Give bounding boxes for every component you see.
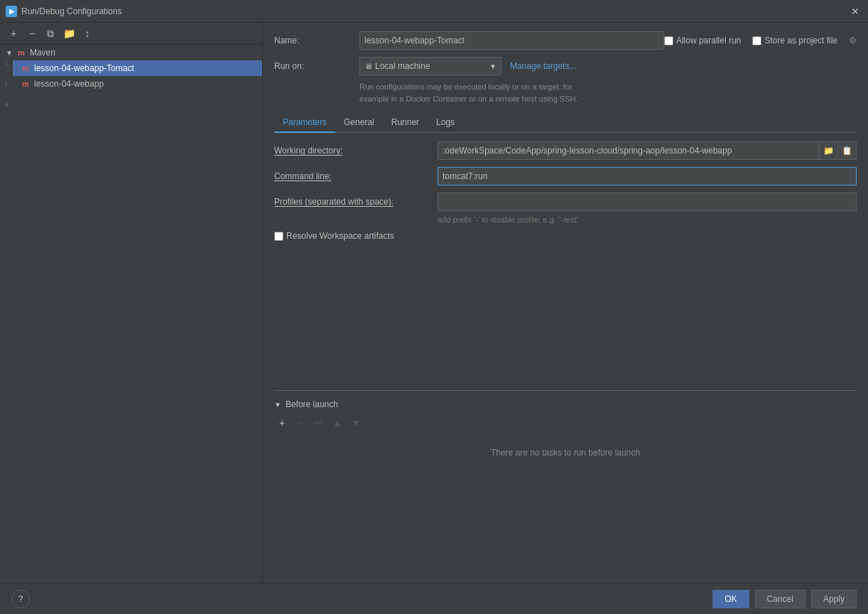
run-on-row: Run on: 🖥 Local machine ▼ Manage targets… [274, 57, 857, 75]
resolve-workspace-row: Resolve Workspace artifacts [274, 231, 857, 241]
maven-group[interactable]: ▼ m Maven [0, 45, 262, 60]
run-hint-line2: example in a Docker Container or on a re… [359, 93, 857, 105]
move-to-folder-button[interactable]: 📁 [61, 26, 77, 41]
profiles-hint: add prefix '-' to disable profile, e.g. … [438, 215, 857, 224]
run-hint-line1: Run configurations may be executed local… [359, 81, 857, 93]
side-numbers: 1 r 4 [0, 57, 13, 109]
allow-parallel-label[interactable]: Allow parallel run [664, 36, 741, 45]
run-on-label: Run on: [274, 61, 359, 71]
before-launch-down-button[interactable]: ▼ [348, 415, 364, 431]
before-launch-arrow-icon: ▼ [274, 401, 281, 409]
title-bar: ▶ Run/Debug Configurations ✕ [0, 0, 868, 23]
manage-targets-link[interactable]: Manage targets... [510, 61, 576, 71]
right-content: Name: Allow parallel run Store as projec… [274, 31, 857, 605]
close-button[interactable]: ✕ [848, 4, 862, 18]
sort-button[interactable]: ↕ [80, 26, 95, 41]
tree-item-1[interactable]: m lesson-04-webapp [0, 76, 262, 92]
name-input[interactable] [359, 31, 664, 50]
before-launch-add-button[interactable]: + [274, 415, 290, 431]
tree-item-0[interactable]: m lesson-04-webapp-Tomact [0, 60, 262, 76]
name-label: Name: [274, 36, 359, 45]
name-row: Name: Allow parallel run Store as projec… [274, 31, 857, 50]
app-icon: ▶ [6, 6, 17, 17]
command-line-input[interactable] [438, 167, 857, 185]
run-on-dropdown[interactable]: 🖥 Local machine ▼ [359, 57, 501, 75]
run-on-value: Local machine [375, 61, 487, 71]
command-line-row: Command line: [274, 167, 857, 185]
left-toolbar: + − ⧉ 📁 ↕ [0, 23, 262, 45]
checkboxes-row: Allow parallel run Store as project file… [664, 36, 857, 45]
working-dir-row: Working directory: 📁 📋 [274, 141, 857, 160]
config-tree: ▼ m Maven m lesson-04-webapp-Tomact m le… [0, 45, 262, 592]
command-line-label: Command line: [274, 171, 438, 181]
group-expand-arrow: ▼ [6, 49, 13, 57]
right-panel: Name: Allow parallel run Store as projec… [263, 23, 868, 614]
maven-group-icon: m [16, 47, 27, 58]
working-dir-field-group: 📁 📋 [438, 141, 857, 160]
resolve-workspace-text: Resolve Workspace artifacts [286, 231, 394, 241]
before-launch-header[interactable]: ▼ Before launch [274, 397, 857, 412]
cancel-button[interactable]: Cancel [755, 590, 805, 608]
tab-runner[interactable]: Runner [383, 113, 428, 133]
profiles-row: Profiles (separated with space): [274, 193, 857, 211]
copy-config-button[interactable]: ⧉ [43, 26, 58, 41]
dropdown-arrow-icon: ▼ [489, 63, 497, 70]
profiles-label: Profiles (separated with space): [274, 197, 438, 207]
tab-logs[interactable]: Logs [428, 113, 463, 133]
maven-item-icon-0: m [20, 63, 31, 74]
tabs-bar: Parameters General Runner Logs [274, 113, 857, 133]
ok-button[interactable]: OK [712, 590, 749, 608]
working-dir-folder-button[interactable]: 📁 [820, 141, 838, 160]
before-launch-empty-message: There are no tasks to run before launch [274, 433, 857, 472]
left-panel: + − ⧉ 📁 ↕ ▼ m Maven m lesson-04-webapp-T… [0, 23, 263, 614]
working-dir-macro-button[interactable]: 📋 [838, 141, 857, 160]
before-launch-edit-button[interactable]: ✏ [311, 415, 327, 431]
tree-item-label-0: lesson-04-webapp-Tomact [34, 63, 134, 73]
content-spacer [274, 248, 857, 390]
resolve-workspace-checkbox[interactable] [274, 232, 283, 241]
maven-group-label: Maven [30, 48, 55, 58]
bottom-bar: ? OK Cancel Apply [0, 583, 868, 614]
before-launch-section: ▼ Before launch + − ✏ ▲ ▼ There are no t… [274, 390, 857, 472]
maven-item-icon-1: m [20, 78, 31, 90]
computer-icon: 🖥 [364, 62, 372, 70]
remove-config-button[interactable]: − [24, 26, 40, 41]
tab-parameters-content: Working directory: 📁 📋 Command line: [274, 141, 857, 241]
resolve-workspace-label[interactable]: Resolve Workspace artifacts [274, 231, 394, 241]
apply-button[interactable]: Apply [811, 590, 857, 608]
add-config-button[interactable]: + [6, 26, 21, 41]
window-title: Run/Debug Configurations [21, 6, 121, 16]
store-as-project-label[interactable]: Store as project file [752, 36, 837, 45]
store-as-project-checkbox[interactable] [752, 36, 761, 45]
before-launch-label: Before launch [286, 399, 338, 409]
profiles-input[interactable] [438, 193, 857, 211]
working-dir-input[interactable] [438, 141, 820, 160]
gear-icon: ⚙ [849, 36, 857, 45]
run-hint: Run configurations may be executed local… [359, 81, 857, 104]
tree-item-label-1: lesson-04-webapp [34, 79, 104, 89]
before-launch-toolbar: + − ✏ ▲ ▼ [274, 412, 857, 433]
before-launch-remove-button[interactable]: − [293, 415, 308, 431]
help-button[interactable]: ? [11, 590, 30, 608]
tab-parameters[interactable]: Parameters [274, 113, 335, 133]
allow-parallel-checkbox[interactable] [664, 36, 673, 45]
working-dir-label: Working directory: [274, 146, 438, 156]
before-launch-up-button[interactable]: ▲ [330, 415, 345, 431]
tab-general[interactable]: General [335, 113, 383, 133]
